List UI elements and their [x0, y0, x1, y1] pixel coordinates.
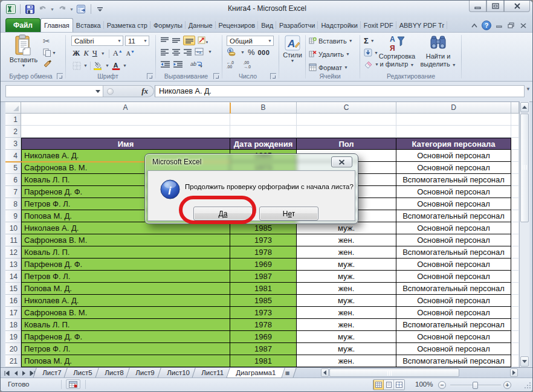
- help-icon[interactable]: ?: [482, 21, 491, 30]
- cell-D14[interactable]: Основной персонал: [396, 271, 511, 283]
- cell-B20[interactable]: 1987: [230, 343, 297, 355]
- row-header-2[interactable]: 2: [5, 126, 21, 138]
- cell-A3[interactable]: Имя: [21, 138, 230, 150]
- fill-button[interactable]: [364, 48, 372, 57]
- cell-E11[interactable]: [511, 234, 519, 246]
- number-format-combo[interactable]: Общий▼: [227, 36, 274, 46]
- cell-E19[interactable]: [511, 331, 519, 343]
- cell-B16[interactable]: 1985: [230, 295, 297, 307]
- thousands-button[interactable]: 000: [258, 49, 270, 56]
- dialog-close-button[interactable]: [331, 156, 352, 167]
- increase-decimal-icon[interactable]: ←,0,00: [227, 60, 239, 68]
- column-header-D[interactable]: D: [396, 102, 511, 114]
- scroll-up-button[interactable]: [520, 102, 529, 112]
- row-header-14[interactable]: 14: [5, 271, 21, 283]
- cell-B14[interactable]: 1987: [230, 271, 297, 283]
- cell-D4[interactable]: Основной персонал: [396, 150, 511, 162]
- ribbon-tab-5[interactable]: Данные: [186, 18, 216, 32]
- cell-C11[interactable]: жен.: [297, 234, 396, 246]
- zoom-slider-handle[interactable]: [473, 382, 478, 389]
- ribbon-tab-2[interactable]: Вставка: [73, 18, 104, 32]
- cell-D19[interactable]: Основной персонал: [396, 331, 511, 343]
- page-break-view-button[interactable]: [394, 380, 404, 390]
- column-header-E-sliver[interactable]: [511, 102, 519, 114]
- row-header-7[interactable]: 7: [5, 186, 21, 198]
- ribbon-tab-3[interactable]: Разметка стр: [104, 18, 150, 32]
- cell-C1[interactable]: [297, 114, 396, 126]
- cell-D2[interactable]: [396, 126, 511, 138]
- cell-C17[interactable]: жен.: [297, 307, 396, 319]
- row-header-16[interactable]: 16: [5, 295, 21, 307]
- cell-D6[interactable]: Вспомогательный персонал: [396, 174, 511, 186]
- cell-C19[interactable]: муж.: [297, 331, 396, 343]
- cell-E7[interactable]: [511, 186, 519, 198]
- find-select-button[interactable]: Найти ивыделить ▼: [418, 34, 458, 68]
- workbook-minimize-icon[interactable]: [494, 21, 503, 30]
- merge-center-icon[interactable]: +a: [195, 48, 205, 56]
- row-header-9[interactable]: 9: [5, 210, 21, 222]
- cell-B10[interactable]: 1985: [230, 222, 297, 234]
- ribbon-tab-7[interactable]: Вид: [258, 18, 276, 32]
- cell-D8[interactable]: Основной персонал: [396, 198, 511, 210]
- cell-E15[interactable]: [511, 283, 519, 295]
- decrease-font-button[interactable]: А▼: [126, 50, 135, 57]
- copy-button[interactable]: ▼: [43, 48, 56, 57]
- clear-button[interactable]: [364, 60, 373, 68]
- horizontal-scroll-thumb[interactable]: [329, 368, 459, 377]
- cell-A19[interactable]: Парфенов Д. Ф.: [21, 331, 230, 343]
- row-header-19[interactable]: 19: [5, 331, 21, 343]
- prev-sheet-button[interactable]: [11, 369, 19, 377]
- horizontal-scrollbar[interactable]: [321, 368, 519, 378]
- cell-B1[interactable]: [230, 114, 297, 126]
- row-header-10[interactable]: 10: [5, 222, 21, 234]
- row-header-17[interactable]: 17: [5, 307, 21, 319]
- font-dialog-launcher[interactable]: [147, 73, 153, 79]
- align-bottom-icon[interactable]: [183, 36, 195, 45]
- borders-dropdown-icon[interactable]: ▼: [83, 63, 88, 68]
- autosum-button[interactable]: Σ: [364, 36, 369, 45]
- cell-E18[interactable]: [511, 319, 519, 331]
- cell-A10[interactable]: Николаев А. Д.: [21, 222, 230, 234]
- cell-B13[interactable]: 1969: [230, 259, 297, 271]
- bold-button[interactable]: Ж: [73, 49, 80, 58]
- cell-E14[interactable]: [511, 271, 519, 283]
- increase-indent-icon[interactable]: [173, 60, 183, 68]
- cell-B11[interactable]: 1973: [230, 234, 297, 246]
- macro-record-button[interactable]: [66, 379, 80, 389]
- styles-button[interactable]: A Стили ▼: [280, 34, 305, 63]
- percent-button[interactable]: %: [248, 48, 255, 57]
- scroll-right-button[interactable]: [510, 368, 518, 377]
- cell-D10[interactable]: Основной персонал: [396, 222, 511, 234]
- borders-button[interactable]: [73, 62, 81, 70]
- cell-D17[interactable]: Основной персонал: [396, 307, 511, 319]
- format-cells-button[interactable]: Формат▼: [309, 63, 348, 71]
- align-left-icon[interactable]: [160, 48, 169, 56]
- cell-A17[interactable]: Сафронова В. М.: [21, 307, 230, 319]
- currency-icon[interactable]: $: [227, 48, 237, 57]
- cell-A18[interactable]: Коваль Л. П.: [21, 319, 230, 331]
- cell-A13[interactable]: Парфенов Д. Ф.: [21, 259, 230, 271]
- cell-E6[interactable]: [511, 174, 519, 186]
- alignment-dialog-launcher[interactable]: [213, 73, 219, 79]
- wrap-text-icon[interactable]: ab▼: [190, 60, 202, 68]
- row-header-21[interactable]: 21: [5, 355, 21, 367]
- font-color-dropdown-icon[interactable]: ▼: [123, 63, 127, 68]
- row-header-13[interactable]: 13: [5, 259, 21, 271]
- fill-color-button[interactable]: [93, 61, 103, 70]
- cell-D16[interactable]: Основной персонал: [396, 295, 511, 307]
- align-middle-icon[interactable]: [172, 37, 181, 44]
- cell-B18[interactable]: 1978: [230, 319, 297, 331]
- cell-E13[interactable]: [511, 259, 519, 271]
- cell-A20[interactable]: Петров Ф. Л.: [21, 343, 230, 355]
- cell-E4[interactable]: [511, 150, 519, 162]
- orientation-icon[interactable]: ▼: [198, 36, 208, 45]
- increase-font-button[interactable]: А▲: [113, 49, 123, 58]
- vertical-scrollbar[interactable]: [519, 101, 529, 367]
- cell-E20[interactable]: [511, 343, 519, 355]
- cell-E12[interactable]: [511, 246, 519, 259]
- sheet-tab-6[interactable]: Диаграмма1: [227, 368, 286, 378]
- cell-D3[interactable]: Категория персонала: [396, 138, 511, 150]
- normal-view-button[interactable]: [373, 380, 384, 390]
- insert-function-icon[interactable]: fx: [141, 86, 148, 96]
- cell-D12[interactable]: Вспомогательный персонал: [396, 246, 511, 259]
